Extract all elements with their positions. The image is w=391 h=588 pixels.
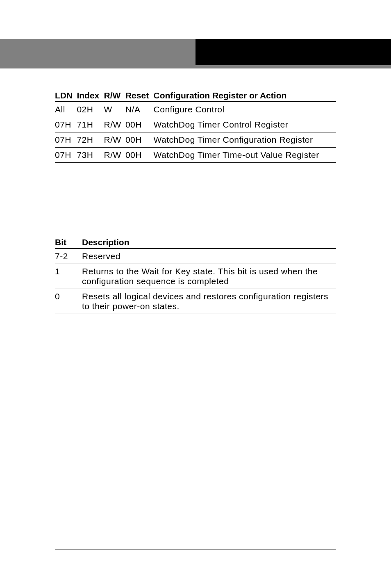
header-description: Description: [82, 237, 336, 248]
footer-divider: [55, 549, 336, 549]
header-ldn: LDN: [55, 90, 77, 102]
header-reset: Reset: [125, 90, 154, 102]
cell-reset: 00H: [125, 117, 154, 132]
cell-index: 02H: [77, 102, 104, 117]
cell-bit: 1: [55, 264, 82, 289]
table-row: 07H 72H R/W 00H WatchDog Timer Configura…: [55, 132, 336, 148]
header-sub-banner: [0, 65, 391, 68]
cell-index: 72H: [77, 132, 104, 148]
cell-rw: W: [104, 102, 125, 117]
cell-ldn: 07H: [55, 148, 77, 163]
cell-reset: 00H: [125, 148, 154, 163]
header-left-pane: [0, 39, 196, 65]
header-rw: R/W: [104, 90, 125, 102]
cell-rw: R/W: [104, 132, 125, 148]
cell-desc: Resets all logical devices and restores …: [82, 289, 336, 314]
header-bit: Bit: [55, 237, 82, 248]
page-content: LDN Index R/W Reset Configuration Regist…: [0, 68, 391, 314]
cell-config: Configure Control: [154, 102, 336, 117]
register-table: LDN Index R/W Reset Configuration Regist…: [55, 90, 336, 163]
bit-table-header-row: Bit Description: [55, 237, 336, 248]
cell-index: 71H: [77, 117, 104, 132]
cell-desc: Returns to the Wait for Key state. This …: [82, 264, 336, 289]
cell-rw: R/W: [104, 117, 125, 132]
cell-reset: N/A: [125, 102, 154, 117]
header-sub-right: [196, 65, 391, 68]
cell-bit: 7-2: [55, 248, 82, 264]
cell-config: WatchDog Timer Control Register: [154, 117, 336, 132]
cell-ldn: 07H: [55, 132, 77, 148]
header-config: Configuration Register or Action: [154, 90, 336, 102]
bit-description-table: Bit Description 7-2 Reserved 1 Returns t…: [55, 237, 336, 314]
table-row: 0 Resets all logical devices and restore…: [55, 289, 336, 314]
header-index: Index: [77, 90, 104, 102]
table-row: 7-2 Reserved: [55, 248, 336, 264]
cell-config: WatchDog Timer Time-out Value Register: [154, 148, 336, 163]
header-right-pane: [196, 39, 391, 65]
register-table-header-row: LDN Index R/W Reset Configuration Regist…: [55, 90, 336, 102]
cell-desc: Reserved: [82, 248, 336, 264]
cell-reset: 00H: [125, 132, 154, 148]
table-row: 1 Returns to the Wait for Key state. Thi…: [55, 264, 336, 289]
cell-bit: 0: [55, 289, 82, 314]
cell-config: WatchDog Timer Configuration Register: [154, 132, 336, 148]
table-row: 07H 71H R/W 00H WatchDog Timer Control R…: [55, 117, 336, 132]
table-row: 07H 73H R/W 00H WatchDog Timer Time-out …: [55, 148, 336, 163]
cell-ldn: 07H: [55, 117, 77, 132]
cell-rw: R/W: [104, 148, 125, 163]
header-banner: [0, 39, 391, 65]
cell-ldn: All: [55, 102, 77, 117]
cell-index: 73H: [77, 148, 104, 163]
table-row: All 02H W N/A Configure Control: [55, 102, 336, 117]
header-sub-left: [0, 65, 196, 68]
